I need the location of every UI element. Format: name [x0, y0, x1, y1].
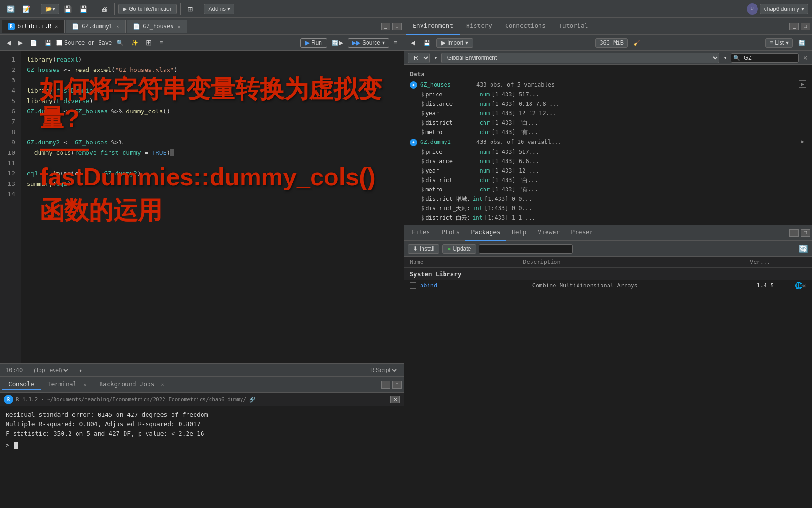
line-num-14: 14	[0, 189, 15, 199]
forward-btn[interactable]: ▶	[16, 39, 25, 47]
console-clear-btn[interactable]: ✕	[390, 396, 400, 403]
pkg-abind-checkbox[interactable]	[410, 282, 416, 289]
gz-houses-expand-btn[interactable]: ▶	[799, 80, 806, 88]
gz-dummy1-metro: $ metro : chr [1:433] "有...	[404, 185, 812, 194]
show-file-btn[interactable]: 📄	[27, 39, 40, 47]
env-save-btn[interactable]: 💾	[421, 39, 433, 47]
editor-maximize-btn[interactable]: □	[392, 23, 402, 30]
tab-console[interactable]: Console	[2, 379, 41, 390]
files-tab-label: Files	[412, 229, 430, 236]
env-maximize-btn[interactable]: □	[801, 23, 810, 30]
tab-gz-dummy1[interactable]: 📄 GZ.dummy1 ✕	[66, 20, 126, 33]
tab-background-jobs[interactable]: Background Jobs ✕	[93, 379, 170, 390]
pkg-header-desc: Description	[523, 259, 750, 265]
tab-gz-houses[interactable]: 📄 GZ_houses ✕	[127, 20, 187, 33]
env-back-btn[interactable]: ◀	[408, 39, 418, 47]
back-btn[interactable]: ◀	[4, 39, 14, 47]
files-win-btns: _ □	[789, 229, 810, 237]
line-num-3: 3	[0, 75, 15, 86]
env-item-gz-houses[interactable]: ● GZ_houses 433 obs. of 5 variables ▶	[404, 79, 812, 90]
grid-btn[interactable]: ⊞	[185, 4, 196, 14]
go-to-file-btn[interactable]: ▶ Go to file/function	[118, 4, 177, 14]
tab-help[interactable]: Help	[506, 225, 532, 241]
tab-preser[interactable]: Preser	[565, 225, 599, 241]
code-content[interactable]: library(readxl) GZ_houses <- read_excel(…	[21, 51, 404, 363]
terminal-tab-close[interactable]: ✕	[83, 382, 86, 387]
sub-price-name: price	[425, 90, 472, 99]
line-num-12: 12	[0, 168, 15, 179]
pkg-abind-globe-icon[interactable]: 🌐	[795, 282, 803, 289]
files-maximize-btn[interactable]: □	[801, 229, 810, 237]
packages-refresh-btn[interactable]: 🔄	[799, 244, 808, 253]
install-btn[interactable]: ⬇ Install	[408, 244, 439, 254]
tab-bilibili-r[interactable]: R bilibili.R ✕	[2, 20, 65, 33]
scope-select[interactable]: (Top Level)	[32, 366, 70, 374]
pkg-abind-delete-icon[interactable]: ✕	[803, 282, 806, 289]
console-line-2: Multiple R-squared: 0.804, Adjusted R-sq…	[6, 420, 398, 429]
gz-dummy1-expand-btn[interactable]: ▶	[799, 138, 806, 145]
tab-plots[interactable]: Plots	[436, 225, 465, 241]
pkg-abind-ver: 1.4-5	[757, 282, 795, 289]
gz-dummy1-dist-tianhe: $ district_天河: int [1:433] 0 0...	[404, 204, 812, 213]
env-search-input[interactable]	[740, 54, 796, 62]
code-line-5: library(tidyverse)	[27, 96, 398, 106]
bg-jobs-tab-close[interactable]: ✕	[161, 382, 164, 387]
indent-btn[interactable]: ⊞	[143, 37, 155, 48]
pkg-item-abind[interactable]: abind Combine Multidimensional Arrays 1.…	[404, 280, 812, 291]
import-btn[interactable]: ▶ Import ▾	[436, 38, 473, 48]
global-env-select[interactable]: Global Environment	[441, 53, 719, 63]
rerun-btn[interactable]: 🔄▶	[329, 39, 346, 47]
right-panel: Environment History Connections Tutorial…	[404, 18, 812, 508]
new-script-btn[interactable]: 📝	[19, 4, 33, 14]
editor-tabs: R bilibili.R ✕ 📄 GZ.dummy1 ✕ 📄 GZ_houses…	[0, 18, 404, 35]
magic-btn[interactable]: ✨	[128, 39, 141, 47]
tab-terminal[interactable]: Terminal ✕	[41, 379, 93, 390]
tab-viewer[interactable]: Viewer	[532, 225, 565, 241]
tab-environment[interactable]: Environment	[406, 18, 460, 35]
editor-minimize-btn[interactable]: _	[381, 23, 390, 30]
gz-houses-icon: 📄	[133, 23, 140, 30]
search-btn[interactable]: 🔍	[114, 39, 126, 47]
file-type-select[interactable]: R Script	[368, 366, 398, 374]
files-minimize-btn[interactable]: _	[789, 229, 799, 237]
more-btn[interactable]: ≡	[156, 39, 165, 47]
print-btn[interactable]: 🖨	[98, 4, 110, 14]
tab-tutorial[interactable]: Tutorial	[552, 18, 595, 35]
tab-history[interactable]: History	[460, 18, 499, 35]
user-btn[interactable]: chap6 dummy ▾	[760, 4, 808, 14]
env-item-gz-dummy1[interactable]: ● GZ.dummy1 433 obs. of 10 variabl... ▶	[404, 137, 812, 147]
gz-dummy1-dist-baiyun: $ district_白云: int [1:433] 1 1 ...	[404, 213, 812, 222]
env-refresh-btn[interactable]: 🔄	[796, 39, 808, 47]
save-btn[interactable]: 💾	[61, 4, 75, 14]
r-version-select[interactable]: R	[408, 53, 430, 63]
open-btn[interactable]: 📂▾	[41, 4, 59, 14]
run-arrow-icon: ▶	[305, 40, 310, 46]
console-cursor	[14, 442, 18, 449]
clear-search-btn[interactable]: ✕	[803, 54, 808, 62]
list-view-btn[interactable]: ≡ List ▾	[765, 38, 793, 48]
source-btn[interactable]: ▶▶ Source ▾	[348, 38, 389, 48]
editor-save-btn[interactable]: 💾	[42, 39, 55, 47]
env-broom-btn[interactable]: 🧹	[631, 39, 643, 47]
update-btn[interactable]: ● Update	[442, 244, 476, 254]
cursor-position: 10:40	[6, 367, 23, 373]
env-minimize-btn[interactable]: _	[789, 23, 799, 30]
tab-gz-houses-close[interactable]: ✕	[176, 24, 181, 29]
console-content[interactable]: Residual standard error: 0145 on 427 deg…	[0, 406, 404, 508]
tab-packages[interactable]: Packages	[465, 225, 506, 241]
run-btn[interactable]: ▶ Run	[300, 38, 327, 48]
packages-search-input[interactable]	[479, 244, 573, 254]
tab-gz-dummy1-close[interactable]: ✕	[115, 24, 120, 29]
console-minimize-btn[interactable]: _	[381, 381, 390, 389]
console-maximize-btn[interactable]: □	[392, 381, 402, 389]
bg-jobs-tab-label: Background Jobs	[99, 381, 154, 388]
source-on-save-checkbox[interactable]	[56, 40, 62, 46]
tab-connections[interactable]: Connections	[499, 18, 552, 35]
list-btn[interactable]: ≡	[391, 39, 400, 47]
addins-btn[interactable]: Addins ▾	[204, 4, 234, 14]
tab-files[interactable]: Files	[406, 225, 436, 241]
console-win-btns: _ □	[381, 381, 402, 389]
new-file-btn[interactable]: 🔄	[4, 4, 17, 14]
save-all-btn[interactable]: 💾	[77, 4, 90, 14]
tab-bilibili-r-close[interactable]: ✕	[54, 24, 59, 29]
